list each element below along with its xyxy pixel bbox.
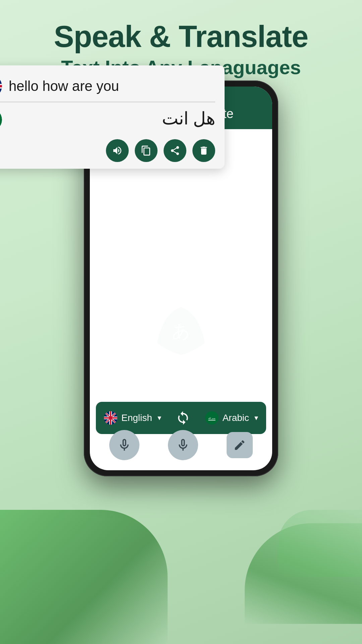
source-text: hello how are you bbox=[9, 78, 119, 94]
source-mic-button[interactable] bbox=[109, 430, 139, 460]
watermark-area: あ bbox=[151, 301, 211, 355]
svg-text:بسم الله: بسم الله bbox=[208, 417, 216, 420]
source-lang-selector[interactable]: English ▾ bbox=[104, 411, 161, 425]
target-mic-button[interactable] bbox=[168, 430, 198, 460]
svg-text:あ: あ bbox=[172, 321, 190, 341]
target-lang-dropdown-icon: ▾ bbox=[254, 414, 258, 422]
edit-button[interactable] bbox=[227, 432, 253, 458]
copy-button[interactable] bbox=[135, 139, 158, 162]
divider bbox=[0, 102, 215, 102]
target-lang-flag: بسم الله bbox=[205, 411, 219, 425]
delete-button[interactable] bbox=[192, 139, 215, 162]
source-lang-dropdown-icon: ▾ bbox=[158, 414, 161, 422]
source-flag bbox=[0, 75, 2, 98]
source-lang-name: English bbox=[121, 413, 152, 423]
speaker-button[interactable] bbox=[106, 139, 129, 162]
action-buttons-row bbox=[0, 139, 215, 162]
target-text: هل انت bbox=[9, 108, 215, 128]
source-lang-flag bbox=[104, 411, 117, 425]
swirl-decoration-left bbox=[0, 510, 168, 644]
mic-row bbox=[96, 430, 266, 460]
target-lang-name: Arabic bbox=[223, 413, 249, 423]
target-row: بسم الله هل انت bbox=[0, 108, 215, 131]
swap-languages-button[interactable] bbox=[174, 409, 192, 427]
translation-card: hello how are you بسم الله هل انت bbox=[0, 65, 225, 169]
target-flag: بسم الله bbox=[0, 108, 2, 131]
target-lang-selector[interactable]: بسم الله Arabic ▾ bbox=[205, 411, 258, 425]
swirl-decoration-mid bbox=[278, 510, 362, 577]
main-title: Speak & Translate bbox=[0, 20, 362, 53]
source-row: hello how are you bbox=[0, 75, 215, 98]
language-selector-bar: English ▾ بسم الله bbox=[96, 402, 266, 434]
svg-point-6 bbox=[0, 108, 2, 131]
share-button[interactable] bbox=[164, 139, 186, 162]
